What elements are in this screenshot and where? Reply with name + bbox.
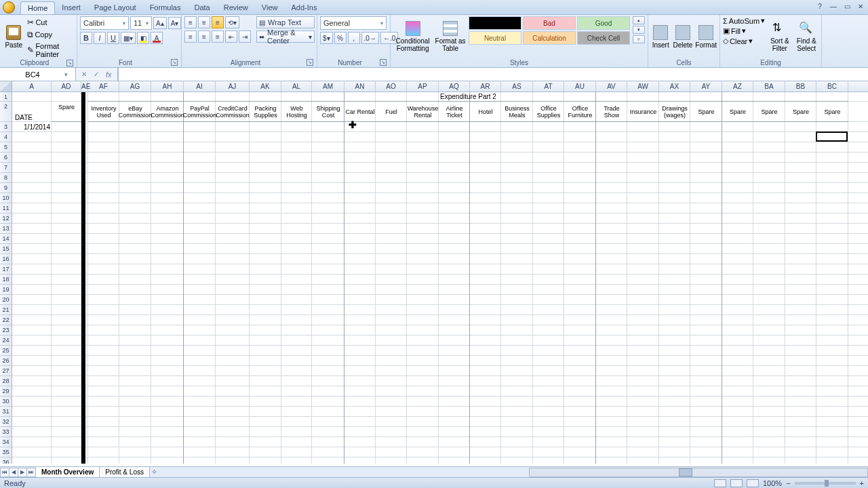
row-header[interactable]: 3: [0, 122, 12, 132]
row-header[interactable]: 19: [0, 285, 12, 295]
row-header[interactable]: 18: [0, 274, 12, 285]
worksheet-grid[interactable]: 1234567891011121314151617181920212223242…: [0, 92, 868, 464]
row-header[interactable]: 9: [0, 183, 12, 193]
date-cell[interactable]: 1/1/2014: [12, 122, 52, 132]
row-header[interactable]: 5: [0, 142, 12, 152]
cancel-icon[interactable]: ✕: [81, 70, 87, 78]
align-middle-button[interactable]: ≡: [198, 16, 210, 28]
cut-button[interactable]: Cut: [27, 18, 74, 27]
row-header[interactable]: 24: [0, 336, 12, 346]
italic-button[interactable]: I: [94, 32, 106, 44]
first-sheet-icon[interactable]: ⏮: [0, 468, 9, 477]
column-header[interactable]: AJ: [216, 81, 250, 92]
row-header[interactable]: 34: [0, 437, 12, 447]
formula-input[interactable]: [118, 68, 868, 81]
row-header[interactable]: 16: [0, 254, 12, 264]
restore-icon[interactable]: ▭: [842, 1, 852, 11]
row-header[interactable]: 31: [0, 407, 12, 417]
cell-styles-gallery[interactable]: BadGoodNeutralCalculationCheck Cell: [469, 16, 630, 45]
sheet-tab[interactable]: Month Overview: [35, 467, 100, 478]
row-header[interactable]: 6: [0, 152, 12, 163]
row-header[interactable]: 35: [0, 447, 12, 458]
gallery-down-icon[interactable]: ▾: [633, 26, 645, 34]
tab-insert[interactable]: Insert: [55, 1, 87, 14]
font-name-select[interactable]: Calibri▾: [80, 16, 129, 30]
select-all-corner[interactable]: [0, 81, 12, 92]
column-header[interactable]: AU: [564, 81, 596, 92]
percent-button[interactable]: %: [334, 32, 347, 44]
new-sheet-icon[interactable]: ✧: [149, 468, 160, 476]
column-header[interactable]: AW: [627, 81, 659, 92]
insert-cells-button[interactable]: Insert: [651, 16, 670, 57]
accounting-button[interactable]: $▾: [320, 32, 333, 44]
column-header[interactable]: AN: [344, 81, 376, 92]
gallery-up-icon[interactable]: ▴: [633, 16, 645, 24]
fill-color-button[interactable]: ◧: [137, 32, 149, 44]
row-header[interactable]: 32: [0, 417, 12, 427]
dialog-launcher-icon[interactable]: ↘: [380, 59, 387, 66]
format-as-table-button[interactable]: Format as Table: [435, 16, 466, 57]
column-header[interactable]: AM: [312, 81, 344, 92]
align-right-button[interactable]: ≡: [212, 30, 224, 43]
tab-data[interactable]: Data: [187, 1, 216, 14]
font-size-select[interactable]: 11▾: [130, 16, 152, 30]
column-header[interactable]: BC: [816, 81, 848, 92]
column-header[interactable]: AO: [376, 81, 407, 92]
font-color-button[interactable]: A: [151, 32, 163, 44]
row-header[interactable]: 28: [0, 376, 12, 386]
bold-button[interactable]: B: [80, 32, 92, 44]
format-painter-button[interactable]: Format Painter: [27, 42, 74, 58]
tab-home[interactable]: Home: [20, 1, 55, 14]
office-orb[interactable]: [3, 1, 15, 14]
cell-style-swatch[interactable]: [469, 16, 521, 30]
row-header[interactable]: 12: [0, 214, 12, 224]
inc-indent-button[interactable]: ⇥: [239, 30, 251, 43]
tab-review[interactable]: Review: [217, 1, 255, 14]
row-header[interactable]: 11: [0, 203, 12, 214]
column-header[interactable]: BB: [785, 81, 816, 92]
align-left-button[interactable]: ≡: [184, 30, 197, 43]
column-header[interactable]: AV: [596, 81, 627, 92]
merge-center-button[interactable]: ⬌ Merge & Center ▾: [256, 30, 315, 43]
column-header[interactable]: AY: [690, 81, 722, 92]
row-header[interactable]: 33: [0, 427, 12, 437]
row-header[interactable]: 8: [0, 173, 12, 183]
tab-formulas[interactable]: Formulas: [143, 1, 188, 14]
orientation-button[interactable]: ⟲▾: [225, 16, 239, 28]
dec-indent-button[interactable]: ⇤: [225, 30, 237, 43]
page-break-view-button[interactable]: [747, 479, 759, 487]
gallery-more-icon[interactable]: ▿: [633, 35, 645, 43]
column-header[interactable]: AD: [52, 81, 81, 92]
align-top-button[interactable]: ≡: [184, 16, 197, 28]
row-header[interactable]: 4: [0, 132, 12, 142]
find-select-button[interactable]: 🔍Find & Select: [795, 16, 818, 57]
zoom-in-icon[interactable]: +: [860, 479, 864, 487]
dialog-launcher-icon[interactable]: ↘: [171, 59, 178, 66]
row-header[interactable]: 7: [0, 163, 12, 173]
row-header[interactable]: 23: [0, 325, 12, 336]
sort-filter-button[interactable]: ⇅Sort & Filter: [768, 16, 791, 57]
conditional-formatting-button[interactable]: Conditional Formatting: [393, 16, 432, 57]
row-header[interactable]: 13: [0, 224, 12, 234]
underline-button[interactable]: U: [107, 32, 119, 44]
name-box-input[interactable]: [0, 70, 61, 79]
column-header[interactable]: AQ: [439, 81, 470, 92]
autosum-button[interactable]: Σ AutoSum ▾: [723, 16, 765, 25]
row-header[interactable]: 17: [0, 264, 12, 274]
minimize-icon[interactable]: —: [829, 1, 838, 11]
sheet-tab[interactable]: Profit & Loss: [99, 467, 150, 478]
tab-page-layout[interactable]: Page Layout: [87, 1, 143, 14]
inc-decimal-button[interactable]: .0→: [361, 32, 379, 44]
cell-style-swatch[interactable]: Neutral: [469, 31, 521, 45]
column-header[interactable]: AS: [501, 81, 533, 92]
format-cells-button[interactable]: Format: [695, 16, 717, 57]
number-format-select[interactable]: General▾: [320, 16, 387, 30]
column-header[interactable]: BA: [753, 81, 785, 92]
copy-button[interactable]: Copy: [27, 30, 74, 39]
delete-cells-button[interactable]: Delete: [673, 16, 692, 57]
row-header[interactable]: 36: [0, 458, 12, 464]
row-header[interactable]: 27: [0, 366, 12, 376]
zoom-slider[interactable]: [795, 482, 856, 485]
page-layout-view-button[interactable]: [730, 479, 743, 487]
dialog-launcher-icon[interactable]: ↘: [66, 60, 73, 66]
